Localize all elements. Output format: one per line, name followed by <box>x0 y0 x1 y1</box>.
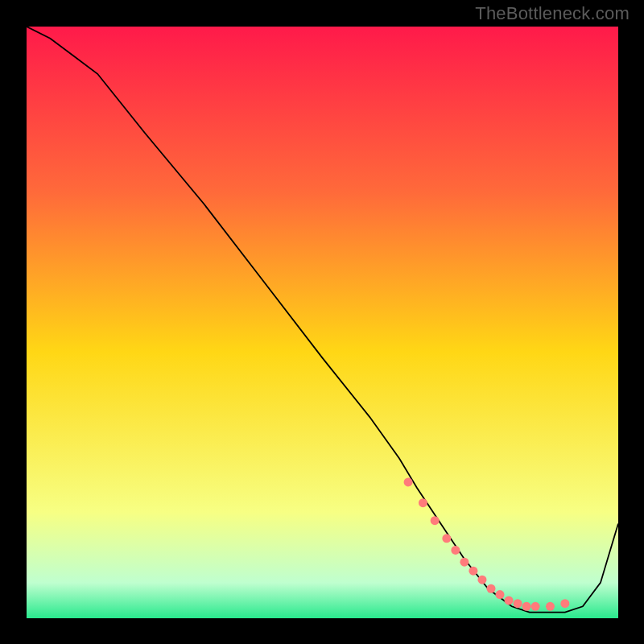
marker-dot <box>451 546 460 555</box>
marker-dot <box>546 602 555 611</box>
marker-dot <box>505 596 514 605</box>
marker-dot <box>419 498 427 507</box>
marker-dot <box>404 477 413 486</box>
chart-svg <box>27 27 618 618</box>
marker-dot <box>442 534 451 543</box>
marker-dot <box>522 602 531 611</box>
marker-dot <box>560 599 569 608</box>
watermark-text: TheBottleneck.com <box>475 3 630 24</box>
marker-dot <box>514 599 522 608</box>
marker-dot <box>431 516 440 525</box>
plot-area <box>27 27 618 618</box>
gradient-rect <box>27 27 618 618</box>
marker-dot <box>469 567 477 576</box>
marker-dot <box>460 558 469 567</box>
marker-dot <box>477 576 486 584</box>
marker-dot <box>486 584 495 593</box>
marker-dot <box>496 590 505 599</box>
chart-frame: TheBottleneck.com <box>0 0 644 644</box>
marker-dot <box>531 602 540 611</box>
